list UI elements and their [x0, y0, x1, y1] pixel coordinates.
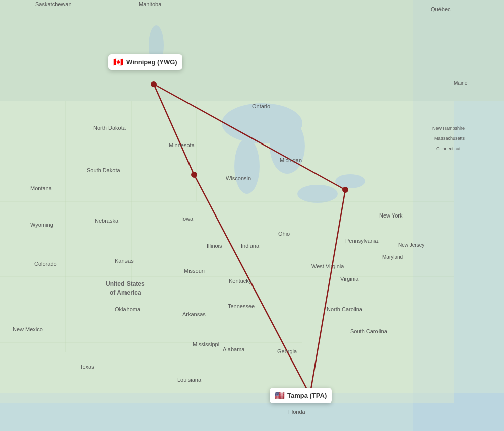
svg-text:Massachusetts: Massachusetts	[434, 136, 465, 141]
svg-text:Québec: Québec	[431, 6, 451, 12]
svg-text:Louisiana: Louisiana	[177, 377, 202, 383]
svg-text:Saskatchewan: Saskatchewan	[35, 1, 72, 7]
svg-text:Connecticut: Connecticut	[436, 146, 461, 151]
svg-text:Kansas: Kansas	[115, 258, 134, 264]
svg-text:Oklahoma: Oklahoma	[115, 306, 141, 312]
svg-text:Michigan: Michigan	[280, 157, 302, 163]
svg-point-20	[151, 81, 157, 87]
svg-text:Florida: Florida	[288, 409, 306, 415]
svg-text:Texas: Texas	[80, 364, 94, 370]
svg-text:New Mexico: New Mexico	[13, 326, 43, 332]
svg-text:Tennessee: Tennessee	[228, 303, 255, 309]
svg-text:Minnesota: Minnesota	[169, 142, 195, 148]
svg-point-23	[307, 392, 313, 398]
svg-text:Alabama: Alabama	[223, 346, 245, 352]
svg-text:Illinois: Illinois	[207, 243, 222, 249]
svg-text:Maryland: Maryland	[382, 254, 403, 260]
svg-text:Indiana: Indiana	[241, 243, 260, 249]
svg-text:North Dakota: North Dakota	[93, 125, 127, 131]
svg-text:South Dakota: South Dakota	[87, 167, 121, 173]
svg-text:United States: United States	[106, 280, 145, 288]
svg-text:Iowa: Iowa	[181, 216, 194, 222]
svg-text:Missouri: Missouri	[184, 268, 205, 274]
svg-text:Virginia: Virginia	[340, 276, 359, 282]
svg-text:Wisconsin: Wisconsin	[226, 175, 251, 181]
svg-rect-8	[0, 0, 504, 101]
svg-text:Maine: Maine	[454, 80, 468, 86]
svg-text:Montana: Montana	[30, 185, 52, 191]
svg-text:West Virginia: West Virginia	[311, 263, 344, 269]
map-container: Saskatchewan Manitoba Québec Ontario Nor…	[0, 0, 504, 431]
svg-text:Pennsylvania: Pennsylvania	[345, 238, 379, 244]
svg-text:North Carolina: North Carolina	[327, 306, 363, 312]
svg-point-21	[191, 172, 197, 178]
map-svg: Saskatchewan Manitoba Québec Ontario Nor…	[0, 0, 504, 431]
svg-text:Arkansas: Arkansas	[182, 311, 206, 317]
svg-text:Ohio: Ohio	[278, 231, 290, 237]
svg-text:of America: of America	[110, 289, 141, 296]
svg-text:Ontario: Ontario	[252, 103, 270, 109]
svg-rect-9	[0, 101, 454, 403]
svg-text:Kentucky: Kentucky	[229, 278, 252, 284]
svg-text:South Carolina: South Carolina	[350, 328, 388, 334]
svg-text:Georgia: Georgia	[277, 348, 297, 354]
svg-text:Colorado: Colorado	[34, 261, 57, 267]
svg-text:Mississippi: Mississippi	[193, 341, 219, 347]
svg-text:New Jersey: New Jersey	[398, 242, 424, 248]
svg-text:Nebraska: Nebraska	[95, 218, 119, 224]
svg-text:New Hampshire: New Hampshire	[432, 126, 465, 131]
svg-text:Wyoming: Wyoming	[30, 222, 53, 228]
svg-text:Manitoba: Manitoba	[139, 1, 162, 7]
svg-text:New York: New York	[379, 212, 403, 219]
svg-point-22	[342, 187, 348, 193]
